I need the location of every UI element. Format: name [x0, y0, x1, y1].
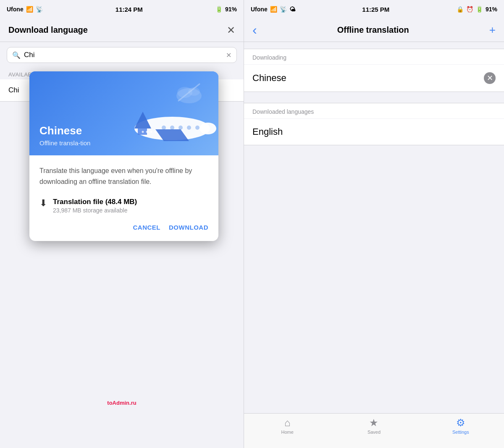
settings-label: Settings [452, 430, 469, 435]
svg-point-16 [150, 131, 152, 133]
watermark: toAdmin.ru [107, 400, 136, 406]
right-nav-title: Offline translation [337, 25, 409, 35]
left-nav-title: Download language [8, 25, 88, 35]
time-right: 11:25 PM [362, 6, 389, 13]
search-input[interactable] [24, 51, 223, 59]
right-status-left: Ufone 📶 📡 🌤 [251, 6, 295, 13]
downloaded-item-english-text: English [252, 126, 283, 137]
dialog-description: Translate this language even when you're… [39, 165, 208, 187]
sun-icon: 🌤 [289, 6, 295, 13]
dialog-header-text: Chinese Offline transla-tion [39, 124, 90, 147]
plane-illustration [130, 103, 218, 151]
downloading-item-chinese-text: Chinese [252, 73, 286, 84]
signal-icon: 📶 [26, 6, 33, 13]
download-arrow-icon: ⬇ [39, 198, 47, 209]
bottom-navigation: ⌂ Home ★ Saved ⚙ Settings [244, 413, 504, 448]
download-button[interactable]: DOWNLOAD [169, 224, 208, 231]
svg-point-11 [195, 126, 200, 130]
downloading-label: Downloading [244, 49, 504, 64]
dialog-lang-title: Chinese [39, 124, 90, 137]
saved-label: Saved [368, 430, 381, 435]
right-panel: Ufone 📶 📡 🌤 11:25 PM 🔒 ⏰ 🔋 91% ‹ Offline… [244, 0, 504, 448]
svg-point-8 [170, 126, 174, 130]
file-storage: 23,987 MB storage available [53, 207, 137, 214]
left-status-right: 🔋 91% [215, 6, 237, 13]
dialog-file-info: ⬇ Translation file (48.4 MB) 23,987 MB s… [39, 197, 208, 214]
saved-icon: ★ [369, 417, 378, 429]
svg-point-14 [142, 131, 144, 133]
downloading-item-chinese[interactable]: Chinese ✕ [244, 64, 504, 92]
right-status-right: 🔒 ⏰ 🔋 91% [457, 6, 497, 13]
home-icon: ⌂ [284, 417, 291, 429]
nav-item-saved[interactable]: ★ Saved [331, 417, 417, 435]
dialog-actions: CANCEL DOWNLOAD [39, 224, 208, 231]
battery-pct-left: 91% [225, 6, 237, 13]
home-label: Home [281, 430, 293, 435]
lock-icon: 🔒 [457, 6, 464, 13]
svg-point-9 [178, 126, 183, 130]
left-status-left: Ufone 📶 📡 [7, 6, 43, 13]
file-name-size: Translation file (48.4 MB) [53, 197, 137, 207]
signal-icon-right: 📶 [270, 6, 277, 13]
wifi-icon: 📡 [36, 6, 43, 13]
dialog-body: Translate this language even when you're… [29, 155, 218, 241]
left-status-bar: Ufone 📶 📡 11:24 PM 🔋 91% [0, 0, 244, 18]
svg-point-17 [155, 131, 157, 133]
remove-icon: ✕ [487, 74, 493, 82]
battery-icon-left: 🔋 [215, 6, 223, 13]
back-button[interactable]: ‹ [252, 22, 257, 38]
search-bar: 🔍 ✕ [7, 47, 237, 63]
list-item-chi-text: Chi [8, 86, 19, 94]
search-icon: 🔍 [12, 51, 21, 59]
battery-pct-right: 91% [486, 6, 497, 13]
close-button-left[interactable]: ✕ [227, 24, 235, 36]
right-status-bar: Ufone 📶 📡 🌤 11:25 PM 🔒 ⏰ 🔋 91% [244, 0, 504, 18]
dialog-header: Chinese Offline transla-tion [29, 71, 218, 155]
search-clear-icon[interactable]: ✕ [226, 51, 231, 59]
downloading-section: Downloading Chinese ✕ [244, 49, 504, 92]
download-dialog: Chinese Offline transla-tion Translate t… [29, 71, 218, 241]
dialog-lang-subtitle: Offline transla-tion [39, 139, 90, 147]
section-gap [244, 93, 504, 103]
downloaded-item-english[interactable]: English [244, 118, 504, 145]
wifi-icon-right: 📡 [280, 6, 287, 13]
left-nav-bar: Download language ✕ [0, 18, 244, 42]
battery-icon-right: 🔋 [476, 6, 483, 13]
remove-chinese-button[interactable]: ✕ [484, 72, 496, 84]
svg-point-10 [187, 126, 191, 130]
carrier-left: Ufone [7, 6, 24, 13]
carrier-right: Ufone [251, 6, 268, 13]
right-nav-bar: ‹ Offline translation + [244, 18, 504, 42]
right-content: Downloading Chinese ✕ Downloaded languag… [244, 42, 504, 413]
settings-icon: ⚙ [456, 417, 465, 429]
svg-point-15 [146, 131, 148, 133]
file-details: Translation file (48.4 MB) 23,987 MB sto… [53, 197, 137, 214]
left-panel: Ufone 📶 📡 11:24 PM 🔋 91% Download langua… [0, 0, 244, 448]
cancel-button[interactable]: CANCEL [133, 224, 161, 231]
nav-item-home[interactable]: ⌂ Home [244, 417, 331, 435]
cloud-illustration [172, 80, 206, 107]
add-button[interactable]: + [489, 24, 496, 37]
alarm-icon: ⏰ [466, 6, 473, 13]
downloaded-label: Downloaded languages [244, 103, 504, 118]
downloaded-section: Downloaded languages English [244, 103, 504, 145]
nav-item-settings[interactable]: ⚙ Settings [417, 417, 504, 435]
svg-point-5 [200, 123, 216, 134]
time-left: 11:24 PM [116, 6, 143, 13]
svg-point-7 [162, 126, 166, 130]
